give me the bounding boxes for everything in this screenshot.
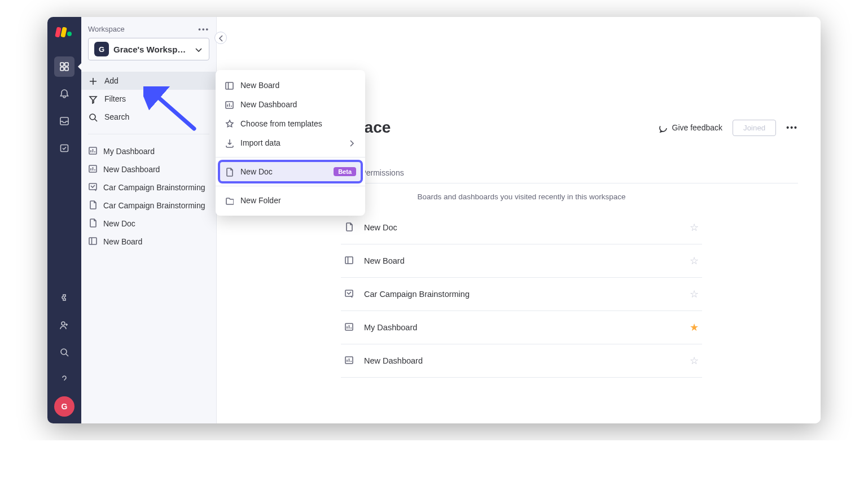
recent-row[interactable]: New Doc☆ [341, 211, 702, 244]
doc-icon [344, 222, 354, 231]
doc-icon [88, 200, 98, 209]
sidebar-add-button[interactable]: Add [81, 72, 216, 90]
left-rail: G [47, 17, 81, 423]
recent-item-label: New Doc [364, 223, 680, 232]
logo-icon [56, 26, 73, 37]
sidebar: Workspace ••• G Grace's Worksp… Add Filt… [81, 17, 217, 423]
sidebar-item[interactable]: New Board [81, 233, 216, 251]
sidebar-add-label: Add [104, 76, 119, 85]
sidebar-item-label: Car Campaign Brainstorming [103, 183, 205, 192]
menu-import-data[interactable]: Import data [216, 133, 365, 152]
sidebar-item[interactable]: Car Campaign Brainstorming [81, 196, 216, 215]
sidebar-more-button[interactable]: ••• [198, 25, 209, 33]
chevron-left-icon [216, 33, 226, 43]
inbox-icon [59, 116, 69, 126]
sidebar-search-button[interactable]: Search [81, 108, 216, 126]
rail-help[interactable] [54, 369, 74, 390]
sidebar-item-label: New Board [103, 237, 142, 246]
svg-rect-3 [65, 67, 68, 71]
sidebar-item[interactable]: My Dashboard [81, 142, 216, 160]
chat-icon [658, 123, 668, 133]
recent-row[interactable]: New Board☆ [341, 244, 702, 278]
menu-new-board[interactable]: New Board [216, 76, 365, 95]
joined-button[interactable]: Joined [733, 120, 776, 136]
menu-templates-label: Choose from templates [240, 119, 322, 128]
menu-new-folder-label: New Folder [240, 196, 281, 205]
rail-notifications[interactable] [54, 84, 74, 104]
board-icon [225, 81, 234, 90]
star-icon[interactable]: ☆ [690, 355, 699, 367]
person-plus-icon [59, 320, 69, 330]
menu-separator [216, 186, 365, 186]
templates-icon [225, 119, 234, 129]
chevron-down-icon [194, 45, 203, 54]
recent-row[interactable]: My Dashboard★ [341, 311, 702, 344]
sidebar-filters-label: Filters [104, 94, 126, 103]
rail-inbox[interactable] [54, 111, 74, 131]
rail-search[interactable] [54, 342, 74, 362]
svg-point-5 [62, 322, 65, 325]
recent-row[interactable]: Car Campaign Brainstorming☆ [341, 278, 702, 311]
board-icon [88, 236, 98, 246]
grid-icon [59, 62, 69, 72]
puzzle-icon [59, 293, 69, 303]
rail-mywork[interactable] [54, 138, 74, 158]
workspace-selector[interactable]: G Grace's Worksp… [88, 38, 209, 60]
filter-icon [88, 94, 98, 104]
menu-new-dashboard-label: New Dashboard [240, 100, 297, 109]
chevron-right-icon [347, 138, 356, 148]
menu-new-folder[interactable]: New Folder [216, 191, 365, 210]
app-frame: G Workspace ••• G Grace's Worksp… Add Fi… [47, 17, 821, 423]
sidebar-item[interactable]: New Dashboard [81, 160, 216, 178]
add-menu-popup: New Board New Dashboard Choose from temp… [216, 70, 365, 216]
search-icon [59, 347, 69, 357]
recent-row[interactable]: New Dashboard☆ [341, 344, 702, 378]
plus-icon [88, 76, 98, 86]
menu-new-doc[interactable]: New Doc Beta [220, 162, 361, 181]
menu-new-board-label: New Board [240, 81, 279, 90]
import-icon [225, 138, 234, 148]
star-icon[interactable]: ☆ [690, 255, 699, 267]
workspace-badge: G [94, 42, 109, 56]
recent-item-label: New Board [364, 256, 680, 265]
calendar-check-icon [59, 143, 69, 153]
rail-apps[interactable] [54, 288, 74, 308]
collapse-sidebar-button[interactable] [214, 32, 227, 44]
question-icon [59, 374, 69, 384]
user-avatar[interactable]: G [54, 396, 74, 417]
menu-templates[interactable]: Choose from templates [216, 114, 365, 133]
give-feedback-button[interactable]: Give feedback [658, 123, 723, 133]
beta-badge: Beta [334, 167, 356, 176]
dashboard-icon [225, 100, 234, 110]
sidebar-item-label: Car Campaign Brainstorming [103, 201, 205, 210]
sidebar-item-label: New Doc [103, 219, 135, 228]
folder-icon [225, 196, 234, 205]
recent-item-label: New Dashboard [364, 356, 680, 365]
svg-rect-11 [89, 238, 97, 244]
search-icon [88, 112, 98, 122]
tab-permissions[interactable]: Permissions [361, 168, 404, 183]
main-more-button[interactable]: ••• [786, 123, 798, 132]
sidebar-filters-button[interactable]: Filters [81, 90, 216, 108]
rail-invite[interactable] [54, 315, 74, 335]
menu-separator [216, 157, 365, 158]
svg-point-7 [90, 114, 95, 120]
rail-workspaces[interactable] [54, 56, 74, 77]
sidebar-search-label: Search [104, 112, 129, 121]
menu-new-doc-label: New Doc [240, 167, 273, 176]
star-icon[interactable]: ★ [690, 321, 699, 334]
bell-icon [59, 89, 69, 99]
sidebar-item[interactable]: Car Campaign Brainstorming [81, 178, 216, 196]
sidebar-divider [88, 134, 209, 134]
star-icon[interactable]: ☆ [690, 221, 699, 234]
svg-point-6 [61, 349, 67, 355]
sidebar-item-label: New Dashboard [103, 165, 160, 174]
menu-new-dashboard[interactable]: New Dashboard [216, 95, 365, 114]
menu-import-label: Import data [240, 138, 280, 147]
sidebar-item[interactable]: New Doc [81, 215, 216, 233]
svg-rect-16 [226, 82, 233, 89]
doc-icon [225, 167, 234, 177]
workspace-name: Grace's Worksp… [113, 45, 189, 54]
star-icon[interactable]: ☆ [690, 288, 699, 300]
svg-rect-2 [60, 67, 64, 71]
